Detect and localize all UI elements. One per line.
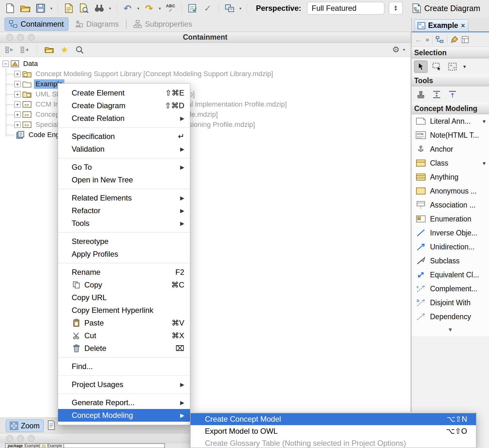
containment-view-icon[interactable] — [436, 36, 444, 43]
redo-dropdown-caret[interactable]: ▾ — [157, 6, 162, 11]
palette-item-complement-of[interactable]: c Complement... — [412, 282, 489, 296]
palette-scroll-more-button[interactable]: ▼ — [412, 324, 489, 336]
palette-item-dependency[interactable]: Dependency — [412, 310, 489, 324]
menu-item-open-in-new-tree[interactable]: Open in New Tree — [58, 174, 190, 186]
palette-item-anything[interactable]: Anything — [412, 170, 489, 184]
selection-section-header[interactable]: Selection — [412, 47, 489, 58]
palette-item-equivalent-class[interactable]: Equivalent Cl... — [412, 268, 489, 282]
menu-item-stereotype[interactable]: Stereotype — [58, 235, 190, 248]
open-in-new-tab-button[interactable] — [43, 43, 55, 56]
submenu-item-create-concept-model[interactable]: Create Concept Model ⌥⇧N — [191, 413, 476, 425]
menu-item-apply-profiles[interactable]: Apply Profiles — [58, 248, 190, 260]
tab-diagrams[interactable]: Diagrams — [70, 18, 123, 30]
tree-row-data[interactable]: − Data — [0, 59, 410, 69]
find-button[interactable] — [92, 2, 106, 15]
settings-dropdown-caret[interactable]: ▾ — [401, 47, 407, 52]
palette-item-subclass[interactable]: Subclass — [412, 254, 489, 268]
undo-dropdown-caret[interactable]: ▾ — [136, 6, 141, 11]
new-project-button[interactable] — [3, 2, 17, 15]
selection-dropdown-caret[interactable]: ▼ — [462, 64, 467, 69]
format-brush-icon[interactable] — [451, 36, 458, 43]
expand-expander-icon[interactable]: + — [14, 91, 21, 97]
window-minimize-button[interactable] — [17, 435, 24, 442]
back-arrow-icon[interactable]: ← — [415, 35, 422, 44]
copy-diagram-dropdown-caret[interactable]: ▾ — [238, 6, 243, 11]
menu-item-cut[interactable]: Cut ⌘X — [58, 329, 190, 342]
palette-item-disjoint-with[interactable]: D Disjoint With — [412, 296, 489, 310]
palette-item-literal-annotation[interactable]: Literal Ann... ▼ — [412, 114, 489, 128]
undo-button[interactable]: ↶ — [121, 2, 134, 15]
expand-expander-icon[interactable]: + — [14, 111, 21, 118]
print-button[interactable] — [62, 2, 76, 15]
save-dropdown-caret[interactable]: ▾ — [49, 6, 54, 11]
close-tab-icon[interactable]: × — [461, 22, 465, 30]
menu-item-project-usages[interactable]: Project Usages ▶ — [58, 378, 190, 391]
diagram-preview[interactable]: package Example[ Example ] — [5, 443, 165, 448]
favorites-button[interactable]: ★ — [59, 43, 70, 56]
palette-item-association-class[interactable]: Association ... — [412, 198, 489, 212]
group-select-tool-button[interactable] — [446, 61, 459, 73]
window-minimize-button[interactable] — [17, 34, 24, 41]
create-diagram-button[interactable]: Create Diagram — [412, 3, 480, 13]
marquee-select-tool-button[interactable] — [430, 61, 443, 73]
menu-item-related-elements[interactable]: Related Elements ▶ — [58, 192, 190, 204]
menu-item-generate-report[interactable]: Generate Report... ▶ — [58, 396, 190, 409]
palette-item-class[interactable]: Class ▼ — [412, 156, 489, 170]
palette-item-anchor[interactable]: Anchor — [412, 142, 489, 156]
align-top-tool-button[interactable] — [446, 89, 459, 101]
validation-button[interactable] — [186, 2, 199, 15]
collapse-expander-icon[interactable]: − — [3, 61, 9, 67]
chevrons-icon[interactable]: » — [426, 36, 429, 43]
open-project-button[interactable] — [18, 2, 32, 15]
quick-search-button[interactable] — [74, 43, 85, 56]
validate-button[interactable]: ✓ — [201, 2, 215, 15]
submenu-item-export-model-to-owl[interactable]: Export Model to OWL ⌥⇧O — [191, 425, 476, 437]
tree-row-support-library[interactable]: + Concept Modeling Support Library [Conc… — [0, 69, 410, 79]
expand-all-button[interactable] — [19, 43, 30, 56]
window-zoom-button[interactable] — [28, 34, 35, 41]
expand-expander-icon[interactable]: + — [14, 122, 21, 128]
menu-item-go-to[interactable]: Go To ▶ — [58, 161, 190, 174]
perspective-stepper[interactable]: ▲ ▼ — [389, 2, 403, 15]
menu-item-create-element[interactable]: Create Element ⇧⌘E — [58, 87, 190, 99]
menu-item-find[interactable]: Find... — [58, 360, 190, 373]
palette-item-caret[interactable]: ▼ — [482, 161, 486, 166]
perspective-select[interactable]: Full Featured — [307, 2, 384, 15]
palette-item-inverse-object-property[interactable]: Inverse Obje... — [412, 226, 489, 240]
redo-button[interactable]: ↷ — [142, 2, 156, 15]
menu-item-paste[interactable]: Paste ⌘V — [58, 317, 190, 329]
menu-item-create-relation[interactable]: Create Relation ▶ — [58, 112, 190, 125]
save-button[interactable] — [34, 2, 48, 15]
settings-gear-icon[interactable]: ⚙ — [392, 45, 400, 55]
window-zoom-button[interactable] — [28, 435, 35, 442]
documentation-panel-button[interactable] — [48, 420, 55, 430]
menu-item-delete[interactable]: Delete ⌧ — [58, 342, 190, 355]
expand-expander-icon[interactable]: + — [14, 71, 21, 77]
collapse-all-button[interactable] — [4, 43, 15, 56]
palette-item-unidirectional-association[interactable]: Unidirection... — [412, 240, 489, 254]
concept-modeling-section-header[interactable]: Concept Modeling — [412, 103, 489, 114]
menu-item-validation[interactable]: Validation ▶ — [58, 143, 190, 155]
menu-item-copy-url[interactable]: Copy URL — [58, 291, 190, 304]
pointer-tool-button[interactable] — [414, 61, 427, 73]
align-middle-tool-button[interactable] — [430, 89, 443, 101]
zoom-panel-tab[interactable]: Zoom — [6, 419, 44, 432]
tab-example-diagram[interactable]: Example × — [414, 19, 468, 31]
menu-item-tools[interactable]: Tools ▶ — [58, 217, 190, 230]
window-close-button[interactable] — [6, 34, 13, 41]
menu-item-rename[interactable]: Rename F2 — [58, 266, 190, 279]
menu-item-specification[interactable]: Specification ↵ — [58, 130, 190, 143]
menu-item-refactor[interactable]: Refactor ▶ — [58, 204, 190, 217]
palette-item-note-html[interactable]: HTML Note(HTML T... — [412, 128, 489, 142]
palette-item-anonymous-class[interactable]: Anonymous ... — [412, 184, 489, 198]
copy-diagram-button[interactable] — [223, 2, 237, 15]
window-close-button[interactable] — [6, 435, 13, 442]
tools-section-header[interactable]: Tools — [412, 75, 489, 86]
menu-item-copy[interactable]: Copy ⌘C — [58, 279, 190, 291]
menu-item-create-diagram[interactable]: Create Diagram ⇧⌘D — [58, 99, 190, 112]
find-dropdown-caret[interactable]: ▾ — [108, 6, 113, 11]
layout-icon[interactable] — [461, 36, 469, 43]
menu-item-concept-modeling[interactable]: Concept Modeling ▶ — [58, 409, 190, 422]
palette-item-caret[interactable]: ▼ — [482, 119, 486, 124]
palette-item-enumeration[interactable]: E Enumeration — [412, 212, 489, 226]
